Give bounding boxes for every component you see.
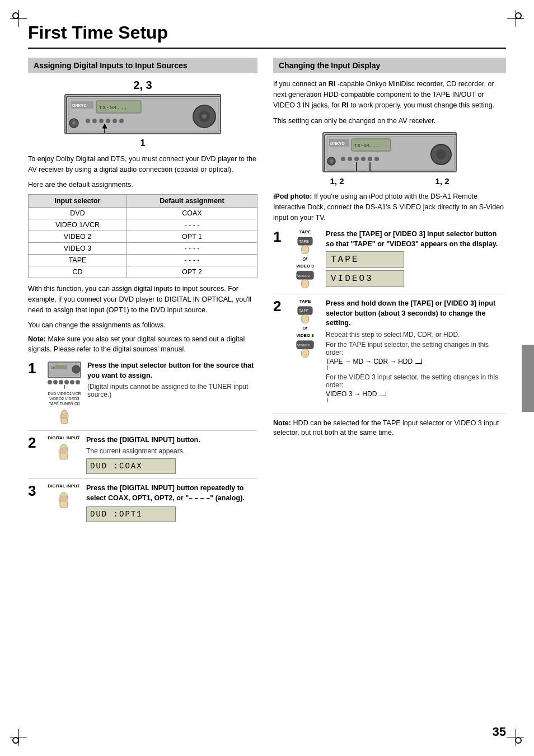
ri-symbol-2: RI <box>341 101 349 109</box>
table-cell: OPT 2 <box>127 266 257 278</box>
svg-point-11 <box>106 119 110 123</box>
svg-text:TAPE: TAPE <box>299 240 309 243</box>
video3-label-2: VIDEO 3 <box>296 333 314 338</box>
table-cell: CD <box>29 266 127 278</box>
lcd-tape-1: TAPE <box>326 251 404 268</box>
svg-point-10 <box>99 119 104 123</box>
corner-dot-tl <box>12 12 19 19</box>
svg-point-68 <box>301 245 309 254</box>
right-step-content-1: Press the [TAPE] or [VIDEO 3] input sele… <box>326 229 506 289</box>
chain1-arr3: → <box>390 358 396 365</box>
chain2-video3: VIDEO 3 <box>326 390 352 398</box>
svg-text:VIDEO3: VIDEO3 <box>297 274 310 278</box>
svg-point-22 <box>72 365 80 373</box>
hand-icon-3 <box>54 491 74 511</box>
step-subtitle-2: The current assignment appears. <box>86 447 257 455</box>
chain2-flow: VIDEO 3 → HDD <box>326 390 506 398</box>
chain1-md: MD <box>353 358 363 365</box>
svg-point-23 <box>48 380 52 384</box>
svg-rect-41 <box>59 450 60 454</box>
svg-rect-46 <box>65 496 67 501</box>
svg-text:TX-SR...: TX-SR... <box>354 143 378 149</box>
table-header-input: Input selector <box>29 195 127 208</box>
svg-text:VIDEO3: VIDEO3 <box>297 344 310 347</box>
step-num-3: 3 <box>28 483 41 522</box>
svg-text:TAPE: TAPE <box>299 309 309 313</box>
or-text-2: or <box>303 325 308 331</box>
svg-rect-43 <box>60 501 68 508</box>
right-step-num-2: 2 <box>273 299 284 402</box>
left-section-header: Assigning Digital Inputs to Input Source… <box>28 58 257 73</box>
lcd-video3-1: VIDEO3 <box>326 270 404 287</box>
table-cell: DVD <box>29 208 127 219</box>
step-title-1: Press the input selector button for the … <box>87 361 257 381</box>
svg-point-57 <box>348 157 352 161</box>
svg-text:ONKYO: ONKYO <box>72 104 87 107</box>
step-icon-2: DIGITAL INPUT <box>47 435 81 475</box>
side-tab <box>522 345 534 412</box>
step-label-23: 2, 3 <box>28 79 257 92</box>
svg-point-12 <box>113 119 117 123</box>
svg-point-61 <box>374 157 379 161</box>
svg-point-77 <box>301 349 309 358</box>
right-step-title-2: Press and hold down the [TAPE] or [VIDEO… <box>326 299 506 328</box>
right-section-header: Changing the Input Display <box>273 58 506 73</box>
right-step-subtitle2-3: For the VIDEO 3 input selector, the sett… <box>326 373 506 389</box>
table-cell: - - - - <box>127 255 257 266</box>
step1-label-video: VIDEO2 VIDEO3 <box>49 397 79 401</box>
corner-dot-tr <box>515 12 522 19</box>
video3-button-hand-1: VIDEO3 <box>296 270 315 288</box>
body-text-1: To enjoy Dolby Digital and DTS, you must… <box>28 154 257 175</box>
svg-point-9 <box>92 119 97 123</box>
table-cell: VIDEO 1/VCR <box>29 219 127 231</box>
right-intro-4: This setting can only be changed on the … <box>273 116 506 126</box>
svg-rect-37 <box>60 453 68 459</box>
svg-rect-40 <box>65 448 67 453</box>
video3-button-hand-2: VIDEO3 <box>296 340 315 358</box>
svg-rect-45 <box>63 495 65 501</box>
chain2-bracket <box>380 392 386 396</box>
note-title-left: Note: <box>28 335 46 343</box>
right-column: Changing the Input Display If you connec… <box>273 58 506 528</box>
right-step-subtitle2-1: Repeat this step to select MD, CDR, or H… <box>326 331 506 339</box>
svg-rect-34 <box>67 414 68 418</box>
chain1-hdd: HDD <box>398 358 413 365</box>
right-step-icons-1: TAPE TAPE or VIDEO 3 VIDEO3 <box>289 229 321 289</box>
body-text-4: You can change the assignments as follow… <box>28 320 257 331</box>
step-icon-3: DIGITAL INPUT <box>47 483 81 522</box>
receiver-svg-right: ONKYO TX-SR... <box>322 132 457 172</box>
chain1-arr2: → <box>365 358 372 365</box>
right-step-icons-2: TAPE TAPE or VIDEO 3 VIDEO3 <box>289 299 321 402</box>
svg-rect-35 <box>60 415 62 419</box>
table-cell: OPT 1 <box>127 231 257 243</box>
svg-rect-39 <box>63 447 65 453</box>
svg-point-26 <box>64 380 69 384</box>
chain2: VIDEO 3 → HDD <box>326 390 506 402</box>
chain2-upline <box>327 398 327 402</box>
table-cell: TAPE <box>29 255 127 266</box>
svg-point-55 <box>330 159 333 163</box>
right-intro-1: If you connect an <box>273 80 326 88</box>
bottom-note-text: HDD can be selected for the TAPE input s… <box>273 419 499 437</box>
tape-button-hand-1: TAPE <box>296 236 315 254</box>
table-header-default: Default assignment <box>127 195 257 208</box>
svg-point-16 <box>202 114 207 119</box>
video3-label-1: VIDEO 3 <box>296 264 314 269</box>
right-step-title-1: Press the [TAPE] or [VIDEO 3] input sele… <box>326 229 506 249</box>
assignment-table: Input selector Default assignment DVDCOA… <box>28 194 257 278</box>
table-cell: VIDEO 2 <box>29 231 127 243</box>
corner-mark-tr <box>507 10 524 27</box>
right-step-block-1: 1 TAPE TAPE or VIDEO 3 VIDEO3 <box>273 229 506 294</box>
hand-icon-2 <box>54 443 74 463</box>
right-step-content-2: Press and hold down the [TAPE] or [VIDEO… <box>326 299 506 402</box>
step1-label-tape: TAPE TUNER CD <box>49 402 80 406</box>
chain2-hdd: HDD <box>362 390 377 398</box>
page-number: 35 <box>493 725 506 739</box>
svg-point-25 <box>59 380 63 384</box>
svg-rect-31 <box>61 418 68 424</box>
step-subtitle-1: (Digital inputs cannot be assigned to th… <box>87 383 257 398</box>
ipod-note: iPod photo: If you're using an iPod phot… <box>273 191 506 223</box>
lcd-display-3: DUD :OPT1 <box>86 506 176 522</box>
receiver-diagram-top: 2, 3 ONKYO TX-SR... <box>28 79 257 148</box>
step-icon-1: ONKYO <box>47 361 82 425</box>
